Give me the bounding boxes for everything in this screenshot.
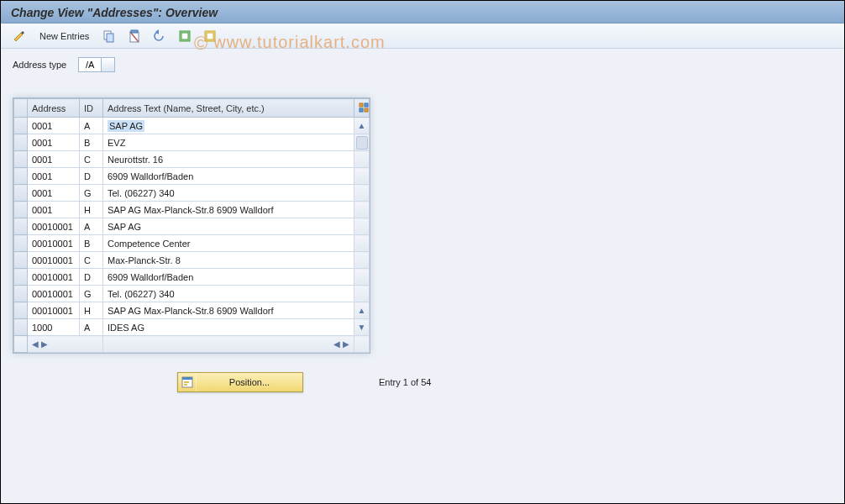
cell-text[interactable]: Competence Center (103, 235, 354, 252)
table-row[interactable]: 0001CNeurottstr. 16 (14, 151, 370, 168)
svg-rect-10 (365, 103, 368, 107)
vscroll-down-icon[interactable]: ▼ (354, 323, 369, 332)
cell-id[interactable]: C (80, 151, 103, 168)
column-header-text[interactable]: Address Text (Name, Street, City, etc.) (103, 99, 354, 118)
table-row[interactable]: 0001ASAP AG▲ (14, 118, 370, 134)
hscroll-right-icon[interactable]: ▶ (41, 339, 48, 349)
cell-id[interactable]: D (80, 168, 103, 185)
vscroll-up-icon[interactable]: ▲ (354, 122, 369, 130)
cell-text[interactable]: Tel. (06227) 340 (103, 286, 354, 302)
cell-address[interactable]: 00010001 (28, 235, 80, 252)
cell-address[interactable]: 00010001 (28, 252, 80, 269)
row-selector[interactable] (14, 168, 28, 185)
cell-address[interactable]: 0001 (28, 134, 80, 151)
cell-address[interactable]: 00010001 (28, 286, 80, 302)
column-header-id[interactable]: ID (80, 99, 103, 118)
cell-address[interactable]: 0001 (28, 168, 80, 185)
svg-rect-15 (184, 381, 189, 383)
table-row[interactable]: 0001HSAP AG Max-Planck-Str.8 6909 Walldo… (14, 202, 370, 218)
cell-text[interactable]: Tel. (06227) 340 (103, 185, 354, 202)
cell-address[interactable]: 0001 (28, 202, 80, 218)
vscroll-cell (354, 286, 370, 302)
row-selector[interactable] (14, 218, 28, 235)
cell-text[interactable]: IDES AG (103, 319, 354, 336)
undo-icon[interactable] (150, 28, 170, 45)
row-selector[interactable] (14, 235, 28, 252)
cell-text[interactable]: SAP AG Max-Planck-Str.8 6909 Walldorf (103, 302, 354, 319)
new-entries-button[interactable]: New Entries (34, 28, 94, 45)
cell-id[interactable]: C (80, 252, 103, 269)
hscroll-left2-icon[interactable]: ◀ (333, 339, 340, 349)
cell-id[interactable]: G (80, 185, 103, 202)
cell-address[interactable]: 0001 (28, 185, 80, 202)
cell-text[interactable]: SAP AG (103, 118, 354, 134)
cell-id[interactable]: D (80, 269, 103, 286)
svg-rect-9 (360, 103, 363, 107)
table-row[interactable]: 00010001D6909 Walldorf/Baden (14, 269, 370, 286)
row-selector[interactable] (14, 118, 28, 134)
row-selector[interactable] (14, 286, 28, 302)
cell-id[interactable]: B (80, 134, 103, 151)
cell-id[interactable]: A (80, 319, 103, 336)
vscroll-up2-icon[interactable]: ▲ (354, 307, 369, 315)
row-selector[interactable] (14, 302, 28, 319)
table-row[interactable]: 00010001GTel. (06227) 340 (14, 286, 370, 302)
cell-text[interactable]: 6909 Walldorf/Baden (103, 269, 354, 286)
row-selector-header[interactable] (14, 99, 28, 118)
toggle-change-icon[interactable] (9, 28, 29, 45)
vscroll-cell (354, 185, 370, 202)
hscroll-right2-icon[interactable]: ▶ (343, 339, 349, 349)
cell-address[interactable]: 0001 (28, 118, 80, 134)
cell-address[interactable]: 00010001 (28, 302, 80, 319)
table-settings-icon[interactable] (354, 99, 370, 118)
position-button[interactable]: Position... (177, 372, 303, 392)
deselect-all-icon[interactable] (200, 28, 220, 45)
delete-icon[interactable] (124, 28, 144, 45)
vscroll-cell (354, 134, 370, 151)
cell-id[interactable]: A (80, 118, 103, 134)
vscroll-thumb[interactable] (356, 136, 368, 150)
address-type-input[interactable] (78, 57, 102, 72)
cell-id[interactable]: H (80, 202, 103, 218)
entry-counter: Entry 1 of 54 (379, 377, 431, 387)
cell-address[interactable]: 0001 (28, 151, 80, 168)
cell-address[interactable]: 1000 (28, 319, 80, 336)
table-row[interactable]: 00010001ASAP AG (14, 218, 370, 235)
table-row[interactable]: 0001GTel. (06227) 340 (14, 185, 370, 202)
cell-id[interactable]: G (80, 286, 103, 302)
cell-id[interactable]: B (80, 235, 103, 252)
address-type-f4-button[interactable] (102, 57, 115, 72)
row-selector[interactable] (14, 269, 28, 286)
vscroll-cell: ▼ (354, 319, 370, 336)
cell-text[interactable]: Neurottstr. 16 (103, 151, 354, 168)
table-row[interactable]: 00010001CMax-Planck-Str. 8 (14, 252, 370, 269)
copy-as-icon[interactable] (99, 28, 119, 45)
row-selector[interactable] (14, 202, 28, 218)
cell-address[interactable]: 00010001 (28, 269, 80, 286)
hscroll-left-icon[interactable]: ◀ (32, 339, 39, 349)
table-row[interactable]: 00010001BCompetence Center (14, 235, 370, 252)
cell-text[interactable]: SAP AG Max-Planck-Str.8 6909 Walldorf (103, 202, 354, 218)
cell-text[interactable]: 6909 Walldorf/Baden (103, 168, 354, 185)
row-selector[interactable] (14, 252, 28, 269)
window-title: Change View "Addresses": Overview (1, 1, 844, 24)
table-row[interactable]: 0001BEVZ (14, 134, 370, 151)
cell-address[interactable]: 00010001 (28, 218, 80, 235)
cell-id[interactable]: A (80, 218, 103, 235)
cell-text[interactable]: Max-Planck-Str. 8 (103, 252, 354, 269)
cell-text[interactable]: EVZ (103, 134, 354, 151)
addresses-table: Address ID Address Text (Name, Street, C… (13, 97, 370, 354)
table-body: 0001ASAP AG▲0001BEVZ0001CNeurottstr. 160… (14, 118, 370, 336)
row-selector[interactable] (14, 151, 28, 168)
table-row[interactable]: 1000AIDES AG▼ (14, 319, 370, 336)
table-row[interactable]: 00010001HSAP AG Max-Planck-Str.8 6909 Wa… (14, 302, 370, 319)
row-selector[interactable] (14, 134, 28, 151)
column-header-address[interactable]: Address (28, 99, 80, 118)
cell-text[interactable]: SAP AG (103, 218, 354, 235)
row-selector[interactable] (14, 319, 28, 336)
svg-rect-1 (107, 34, 113, 42)
cell-id[interactable]: H (80, 302, 103, 319)
select-all-icon[interactable] (175, 28, 195, 45)
row-selector[interactable] (14, 185, 28, 202)
table-row[interactable]: 0001D6909 Walldorf/Baden (14, 168, 370, 185)
